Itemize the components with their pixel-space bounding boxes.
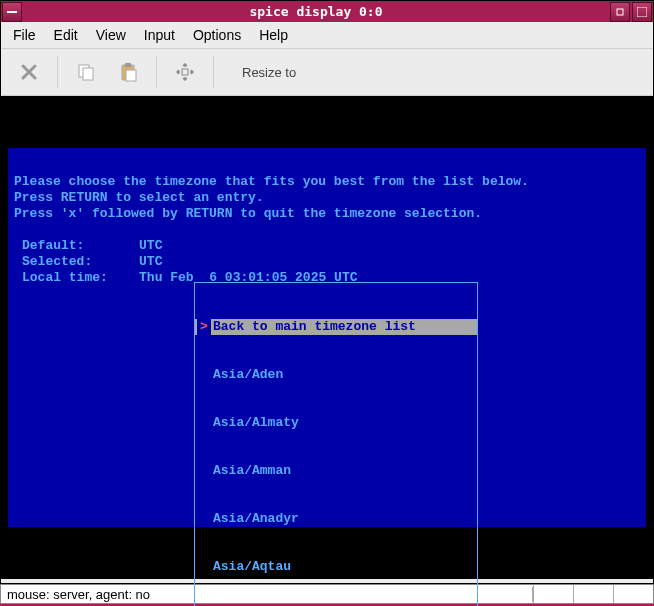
svg-rect-8 — [182, 69, 188, 75]
list-item[interactable]: Back to main timezone list — [195, 319, 477, 335]
window-body: File Edit View Input Options Help Resize… — [0, 22, 654, 584]
console-text: Press RETURN to select an entry. — [14, 190, 264, 205]
toolbar-separator — [213, 56, 214, 88]
menubar: File Edit View Input Options Help — [1, 22, 653, 48]
fullscreen-icon[interactable] — [165, 52, 205, 92]
maximize-button[interactable] — [632, 2, 652, 22]
resize-label: Resize to — [242, 65, 296, 80]
list-item[interactable]: Asia/Aqtau — [195, 559, 477, 575]
status-cell — [613, 585, 653, 603]
console-text: Selected: UTC — [14, 254, 162, 269]
svg-rect-0 — [7, 11, 17, 13]
status-cell — [573, 585, 613, 603]
svg-rect-1 — [617, 9, 623, 15]
menu-options[interactable]: Options — [193, 27, 241, 43]
list-item[interactable]: Asia/Almaty — [195, 415, 477, 431]
console-text: Default: UTC — [14, 238, 162, 253]
window-menu-button[interactable] — [2, 2, 22, 22]
console-text: Please choose the timezone that fits you… — [14, 174, 529, 189]
menu-help[interactable]: Help — [259, 27, 288, 43]
paste-icon[interactable] — [108, 52, 148, 92]
console-text: Press 'x' followed by RETURN to quit the… — [14, 206, 482, 221]
console: Please choose the timezone that fits you… — [8, 148, 646, 527]
svg-rect-7 — [126, 70, 136, 81]
window-title: spice display 0:0 — [23, 4, 609, 19]
list-item[interactable]: Asia/Anadyr — [195, 511, 477, 527]
svg-rect-2 — [637, 7, 647, 17]
svg-rect-4 — [83, 68, 93, 80]
menu-input[interactable]: Input — [144, 27, 175, 43]
minimize-button[interactable] — [610, 2, 630, 22]
menu-file[interactable]: File — [13, 27, 36, 43]
copy-icon[interactable] — [66, 52, 106, 92]
display-area[interactable]: Please choose the timezone that fits you… — [1, 96, 653, 579]
list-item[interactable]: Asia/Aden — [195, 367, 477, 383]
list-item[interactable]: Asia/Amman — [195, 463, 477, 479]
svg-rect-6 — [125, 63, 131, 67]
menu-edit[interactable]: Edit — [54, 27, 78, 43]
timezone-listbox[interactable]: Back to main timezone list Asia/Aden Asi… — [194, 282, 478, 606]
toolbar: Resize to — [1, 48, 653, 96]
titlebar: spice display 0:0 — [0, 0, 654, 22]
menu-view[interactable]: View — [96, 27, 126, 43]
close-icon[interactable] — [9, 52, 49, 92]
toolbar-separator — [156, 56, 157, 88]
toolbar-separator — [57, 56, 58, 88]
status-cell — [533, 585, 573, 603]
